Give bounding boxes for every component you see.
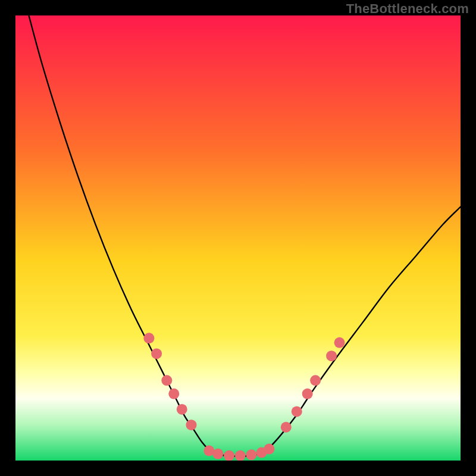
data-marker xyxy=(292,406,302,417)
data-marker xyxy=(186,419,196,430)
data-marker xyxy=(334,337,345,348)
data-marker xyxy=(224,450,234,461)
chart-background xyxy=(15,15,461,461)
data-marker xyxy=(212,449,223,459)
chart-frame: TheBottleneck.com xyxy=(0,0,476,476)
data-marker xyxy=(161,375,172,386)
data-marker xyxy=(168,389,179,399)
data-marker xyxy=(281,422,292,433)
data-marker xyxy=(264,444,274,455)
data-marker xyxy=(246,449,256,460)
data-marker xyxy=(326,350,337,361)
data-marker xyxy=(310,375,321,386)
bottleneck-curve-chart xyxy=(15,15,461,461)
watermark-label: TheBottleneck.com xyxy=(346,1,469,17)
data-marker xyxy=(151,348,162,359)
data-marker xyxy=(235,450,246,461)
data-marker xyxy=(143,333,154,343)
data-marker xyxy=(177,404,187,415)
data-marker xyxy=(302,389,313,399)
